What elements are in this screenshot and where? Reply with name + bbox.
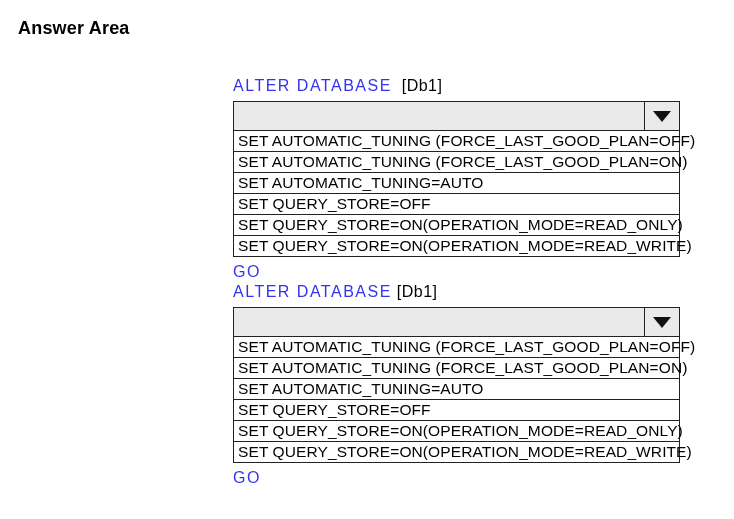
dropdown-option[interactable]: SET QUERY_STORE=ON(OPERATION_MODE=READ_O… [234, 214, 679, 235]
dropdown-option[interactable]: SET AUTOMATIC_TUNING (FORCE_LAST_GOOD_PL… [234, 151, 679, 172]
keyword-alter-database-1: ALTER DATABASE [233, 77, 392, 94]
statement-block-1: ALTER DATABASE [Db1] SET AUTOMATIC_TUNIN… [233, 77, 716, 281]
go-statement-1: GO [233, 263, 716, 281]
dropdown-option[interactable]: SET QUERY_STORE=ON(OPERATION_MODE=READ_W… [234, 235, 679, 256]
dropdown-option[interactable]: SET QUERY_STORE=OFF [234, 193, 679, 214]
dropdown-1[interactable]: SET AUTOMATIC_TUNING (FORCE_LAST_GOOD_PL… [233, 101, 680, 257]
alter-statement-2: ALTER DATABASE [Db1] [233, 283, 716, 301]
dropdown-2[interactable]: SET AUTOMATIC_TUNING (FORCE_LAST_GOOD_PL… [233, 307, 680, 463]
dropdown-option[interactable]: SET AUTOMATIC_TUNING (FORCE_LAST_GOOD_PL… [234, 337, 679, 357]
db-param-1: [Db1] [402, 77, 443, 94]
dropdown-header-2[interactable] [234, 308, 679, 337]
dropdown-toggle-2[interactable] [644, 308, 679, 336]
answer-content: ALTER DATABASE [Db1] SET AUTOMATIC_TUNIN… [233, 77, 716, 487]
dropdown-option[interactable]: SET QUERY_STORE=ON(OPERATION_MODE=READ_O… [234, 420, 679, 441]
dropdown-option[interactable]: SET AUTOMATIC_TUNING (FORCE_LAST_GOOD_PL… [234, 357, 679, 378]
statement-block-2: ALTER DATABASE [Db1] SET AUTOMATIC_TUNIN… [233, 283, 716, 487]
dropdown-option[interactable]: SET AUTOMATIC_TUNING (FORCE_LAST_GOOD_PL… [234, 131, 679, 151]
dropdown-option[interactable]: SET AUTOMATIC_TUNING=AUTO [234, 172, 679, 193]
alter-statement-1: ALTER DATABASE [Db1] [233, 77, 716, 95]
chevron-down-icon [653, 111, 671, 122]
dropdown-option[interactable]: SET QUERY_STORE=OFF [234, 399, 679, 420]
keyword-alter-database-2: ALTER DATABASE [233, 283, 392, 300]
dropdown-list-2: SET AUTOMATIC_TUNING (FORCE_LAST_GOOD_PL… [234, 337, 679, 462]
dropdown-header-1[interactable] [234, 102, 679, 131]
dropdown-option[interactable]: SET QUERY_STORE=ON(OPERATION_MODE=READ_W… [234, 441, 679, 462]
db-param-2: [Db1] [397, 283, 438, 300]
go-statement-2: GO [233, 469, 716, 487]
dropdown-list-1: SET AUTOMATIC_TUNING (FORCE_LAST_GOOD_PL… [234, 131, 679, 256]
page-title: Answer Area [18, 18, 716, 39]
dropdown-option[interactable]: SET AUTOMATIC_TUNING=AUTO [234, 378, 679, 399]
chevron-down-icon [653, 317, 671, 328]
dropdown-toggle-1[interactable] [644, 102, 679, 130]
